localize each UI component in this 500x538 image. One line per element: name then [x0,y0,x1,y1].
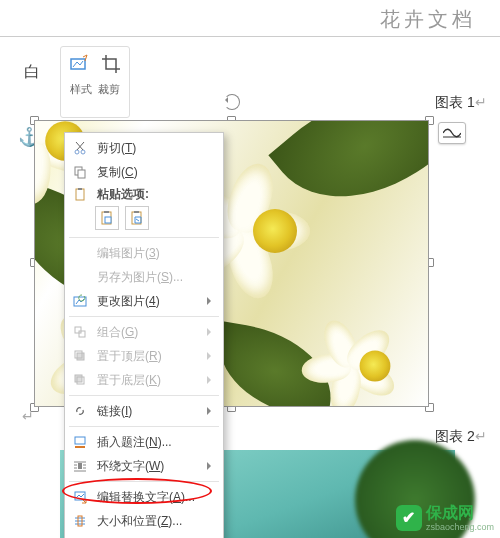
ruler [0,36,500,37]
wrap-text-icon [71,457,89,475]
watermark-text: 保成网 [426,504,474,521]
svg-rect-15 [79,331,85,337]
context-menu: 剪切(T) 复制(C) 粘贴选项: 编辑图片(3) 另存为图片(S)... 更改… [64,132,224,538]
menu-change-picture[interactable]: 更改图片(4) [65,289,223,313]
paste-options-row [65,204,223,234]
copy-icon [71,163,89,181]
menu-edit-alt-text[interactable]: 编辑替换文字(A)... [65,485,223,509]
svg-rect-5 [78,170,85,178]
svg-rect-10 [105,217,111,223]
menu-group: 组合(G) [65,320,223,344]
style-label: 样式 [70,82,92,97]
menu-send-back: 置于底层(K) [65,368,223,392]
svg-rect-0 [71,59,85,69]
cut-icon [71,139,89,157]
svg-rect-18 [75,375,82,382]
crop-label: 裁剪 [98,82,120,97]
menu-bring-front: 置于顶层(R) [65,344,223,368]
watermark-logo-icon: ✔ [396,505,422,531]
group-icon [71,323,89,341]
send-back-icon [71,371,89,389]
caption-chart-1: 图表 1↵ [435,94,487,112]
ribbon-tab-label: 白 [24,62,40,83]
svg-rect-11 [132,212,141,224]
crop-icon[interactable] [101,54,121,77]
paragraph-mark: ↵ [22,408,34,424]
menu-edit-picture: 编辑图片(3) [65,241,223,265]
watermark-subtext: zsbaocheng.com [426,522,494,532]
svg-point-2 [75,150,79,154]
alt-text-icon [71,488,89,506]
bring-front-icon [71,347,89,365]
change-picture-icon [71,292,89,310]
paste-icon [71,185,89,203]
svg-rect-16 [77,353,84,360]
menu-cut[interactable]: 剪切(T) [65,136,223,160]
caption-icon [71,433,89,451]
document-title: 花卉文档 [380,6,476,33]
paste-option-2[interactable] [125,206,149,230]
menu-insert-caption[interactable]: 插入题注(N)... [65,430,223,454]
link-icon [71,402,89,420]
svg-rect-9 [104,211,109,213]
picture-style-icon[interactable] [69,53,91,78]
menu-save-as-picture: 另存为图片(S)... [65,265,223,289]
svg-point-3 [81,150,85,154]
rotate-handle[interactable] [224,94,240,110]
size-position-icon [71,512,89,530]
svg-rect-22 [78,463,82,469]
layout-options-button[interactable] [438,122,466,144]
menu-hyperlink[interactable]: 链接(I) [65,399,223,423]
menu-format-picture[interactable]: 设置图片格式(O)... [65,533,223,538]
menu-size-position[interactable]: 大小和位置(Z)... [65,509,223,533]
svg-rect-7 [78,188,82,190]
paste-option-1[interactable] [95,206,119,230]
svg-rect-12 [134,211,139,213]
caption-chart-2: 图表 2↵ [435,428,487,446]
watermark: ✔ 保成网 zsbaocheng.com [396,503,494,532]
svg-rect-14 [75,327,81,333]
svg-rect-6 [76,189,84,200]
toolbar-group: 样式 裁剪 [60,46,130,118]
menu-wrap-text[interactable]: 环绕文字(W) [65,454,223,478]
menu-copy[interactable]: 复制(C) [65,160,223,184]
svg-rect-20 [75,437,85,444]
menu-paste-header: 粘贴选项: [65,184,223,204]
